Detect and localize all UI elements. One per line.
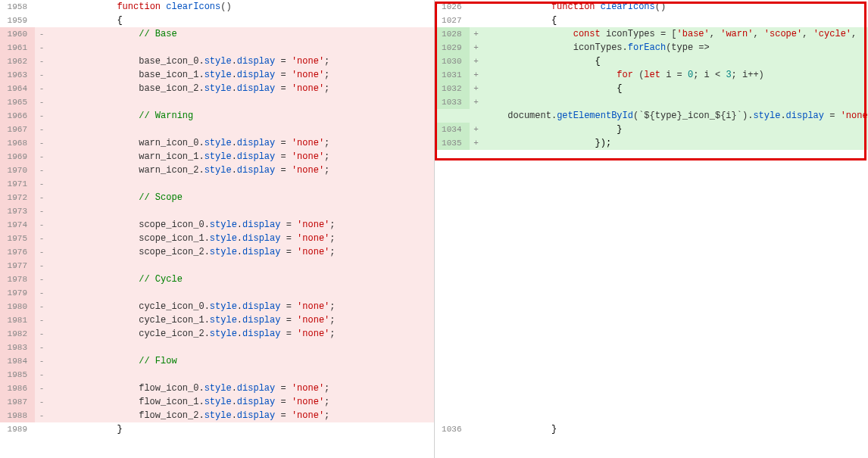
line-number: 1973 (0, 204, 35, 218)
diff-marker: + (470, 95, 483, 109)
code-content: scope_icon_1.style.display = 'none'; (48, 232, 434, 245)
code-line[interactable]: 1962- base_icon_0.style.display = 'none'… (0, 55, 434, 68)
diff-marker: + (470, 55, 483, 68)
code-line[interactable]: 1029+ iconTypes.forEach(type => (435, 41, 869, 55)
code-line[interactable]: 1966- // Warning (0, 109, 434, 123)
line-number: 1967 (0, 123, 35, 136)
diff-marker: - (35, 218, 48, 232)
code-line[interactable]: 1970- warn_icon_2.style.display = 'none'… (0, 164, 434, 177)
code-content: // Cycle (48, 273, 434, 286)
line-number: 1970 (0, 164, 35, 177)
code-line[interactable]: 1960- // Base (0, 27, 434, 41)
line-number: 1029 (435, 41, 470, 55)
diff-marker: - (35, 273, 48, 286)
code-line[interactable]: 1958 function clearIcons() (0, 0, 434, 14)
code-line[interactable]: 1977- (0, 259, 434, 273)
diff-marker: - (35, 150, 48, 164)
line-number: 1984 (0, 354, 35, 368)
code-line[interactable]: 1981- cycle_icon_1.style.display = 'none… (0, 313, 434, 327)
code-line[interactable]: 1963- base_icon_1.style.display = 'none'… (0, 68, 434, 82)
diff-marker: - (35, 368, 48, 382)
code-line[interactable]: 1036 } (435, 422, 869, 436)
code-content: const iconTypes = ['base', 'warn', 'scop… (483, 27, 869, 41)
diff-marker: + (470, 136, 483, 150)
code-content: }); (483, 136, 869, 150)
code-line[interactable]: 1964- base_icon_2.style.display = 'none'… (0, 82, 434, 95)
code-line[interactable]: 1968- warn_icon_0.style.display = 'none'… (0, 136, 434, 150)
code-content: base_icon_1.style.display = 'none'; (48, 68, 434, 82)
code-line[interactable]: 1969- warn_icon_1.style.display = 'none'… (0, 150, 434, 164)
code-line[interactable]: document.getElementById(`${type}_icon_${… (435, 109, 869, 123)
code-line[interactable]: 1028+ const iconTypes = ['base', 'warn',… (435, 27, 869, 41)
code-content: function clearIcons() (48, 0, 434, 14)
code-content: { (483, 14, 869, 27)
code-content: flow_icon_2.style.display = 'none'; (48, 409, 434, 422)
code-line[interactable]: 1033+ (435, 95, 869, 109)
code-line[interactable]: 1973- (0, 204, 434, 218)
code-line[interactable]: 1030+ { (435, 55, 869, 68)
code-line[interactable]: 1974- scope_icon_0.style.display = 'none… (0, 218, 434, 232)
line-number: 1964 (0, 82, 35, 95)
code-line[interactable]: 1034+ } (435, 123, 869, 136)
code-content: flow_icon_0.style.display = 'none'; (48, 382, 434, 395)
code-line[interactable]: 1976- scope_icon_2.style.display = 'none… (0, 245, 434, 259)
code-line[interactable]: 1980- cycle_icon_0.style.display = 'none… (0, 300, 434, 313)
code-content: cycle_icon_0.style.display = 'none'; (48, 300, 434, 313)
line-number: 1958 (0, 0, 35, 14)
code-content: scope_icon_0.style.display = 'none'; (48, 218, 434, 232)
diff-marker: - (35, 395, 48, 409)
code-line[interactable]: 1027 { (435, 14, 869, 27)
code-line[interactable]: 1979- (0, 286, 434, 300)
code-content: base_icon_0.style.display = 'none'; (48, 55, 434, 68)
diff-marker: - (35, 55, 48, 68)
code-line[interactable]: 1986- flow_icon_0.style.display = 'none'… (0, 382, 434, 395)
code-content: } (483, 422, 869, 436)
diff-marker: - (35, 300, 48, 313)
diff-marker: - (35, 123, 48, 136)
code-line[interactable]: 1972- // Scope (0, 191, 434, 204)
diff-marker: - (35, 409, 48, 422)
code-line[interactable]: 1989 } (0, 422, 434, 436)
line-number: 1027 (435, 14, 470, 27)
diff-marker: - (35, 136, 48, 150)
diff-marker: - (35, 313, 48, 327)
code-content: document.getElementById(`${type}_icon_${… (483, 109, 869, 123)
code-line[interactable]: 1035+ }); (435, 136, 869, 150)
code-line[interactable]: 1984- // Flow (0, 354, 434, 368)
code-line[interactable]: 1987- flow_icon_1.style.display = 'none'… (0, 395, 434, 409)
line-number: 1969 (0, 150, 35, 164)
code-line[interactable]: 1967- (0, 123, 434, 136)
code-line[interactable]: 1971- (0, 177, 434, 191)
code-line[interactable]: 1961- (0, 41, 434, 55)
code-content: } (48, 422, 434, 436)
line-number: 1966 (0, 109, 35, 123)
code-content: // Scope (48, 191, 434, 204)
code-line[interactable]: 1026 function clearIcons() (435, 0, 869, 14)
code-line[interactable]: 1959 { (0, 14, 434, 27)
code-line[interactable]: 1985- (0, 368, 434, 382)
line-number: 1963 (0, 68, 35, 82)
diff-marker: - (35, 68, 48, 82)
code-content: // Base (48, 27, 434, 41)
line-number: 1962 (0, 55, 35, 68)
code-content: scope_icon_2.style.display = 'none'; (48, 245, 434, 259)
line-number: 1035 (435, 136, 470, 150)
code-line[interactable]: 1031+ for (let i = 0; i < 3; i++) (435, 68, 869, 82)
code-line[interactable]: 1982- cycle_icon_2.style.display = 'none… (0, 327, 434, 341)
diff-marker: - (35, 95, 48, 109)
code-line[interactable]: 1988- flow_icon_2.style.display = 'none'… (0, 409, 434, 422)
code-line[interactable]: 1032+ { (435, 82, 869, 95)
code-content: warn_icon_0.style.display = 'none'; (48, 136, 434, 150)
line-number: 1026 (435, 0, 470, 14)
line-number: 1981 (0, 313, 35, 327)
code-line[interactable]: 1983- (0, 341, 434, 354)
code-line[interactable]: 1978- // Cycle (0, 273, 434, 286)
diff-left-pane[interactable]: 1958 function clearIcons()1959 {1960- //… (0, 0, 435, 458)
code-line[interactable]: 1975- scope_icon_1.style.display = 'none… (0, 232, 434, 245)
code-line[interactable]: 1965- (0, 95, 434, 109)
line-number: 1034 (435, 123, 470, 136)
diff-right-pane[interactable]: 1026 function clearIcons()1027 {1028+ co… (435, 0, 869, 458)
diff-marker: - (35, 245, 48, 259)
line-number: 1978 (0, 273, 35, 286)
line-number: 1031 (435, 68, 470, 82)
